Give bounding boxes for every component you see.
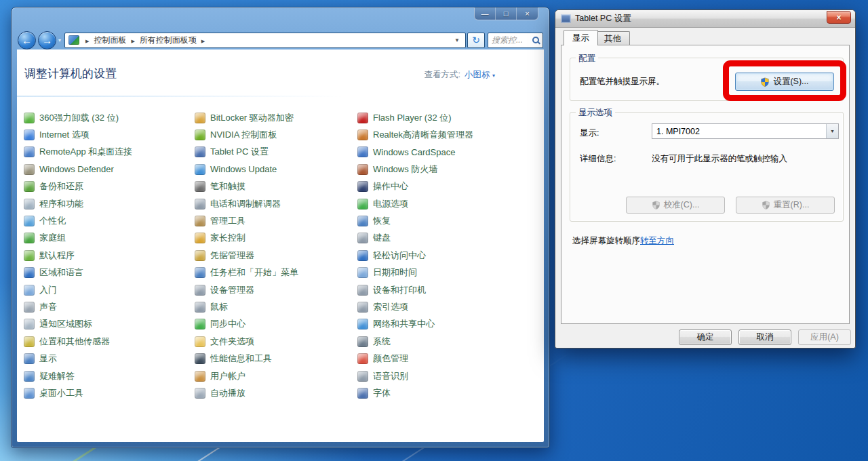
- control-panel-item-label: 设备管理器: [210, 284, 254, 296]
- control-panel-item[interactable]: 自动播放: [195, 384, 356, 401]
- control-panel-item[interactable]: 电话和调制解调器: [195, 195, 356, 212]
- calibrate-button[interactable]: 校准(C)...: [626, 197, 725, 214]
- control-panel-item[interactable]: 区域和语言: [24, 264, 193, 281]
- control-panel-item-label: Windows 防火墙: [373, 163, 437, 176]
- back-button[interactable]: ←: [18, 31, 36, 49]
- control-panel-item[interactable]: RemoteApp 和桌面连接: [24, 144, 193, 161]
- control-panel-item[interactable]: 程序和功能: [24, 195, 193, 212]
- desktop: { "glyphs": { "minimize": "—", "maximize…: [0, 0, 868, 461]
- control-panel-item[interactable]: 网络和共享中心: [357, 316, 544, 333]
- control-panel-item[interactable]: Windows Defender: [24, 161, 193, 178]
- credential-manager-icon: [195, 250, 205, 261]
- control-panel-item[interactable]: 系统: [357, 333, 544, 350]
- control-panel-item[interactable]: 设备管理器: [195, 281, 356, 298]
- windows-update-icon: [195, 164, 205, 175]
- maximize-icon[interactable]: □: [496, 7, 517, 20]
- control-panel-item[interactable]: 颜色管理: [357, 350, 544, 367]
- forward-button[interactable]: →: [38, 31, 56, 49]
- tab-other[interactable]: 其他: [595, 31, 630, 45]
- date-time-icon: [357, 267, 368, 278]
- go-to-orientation-link[interactable]: 转至方向: [640, 236, 674, 245]
- control-panel-item[interactable]: 任务栏和「开始」菜单: [195, 264, 356, 281]
- control-panel-item[interactable]: 轻松访问中心: [357, 247, 544, 264]
- control-panel-item[interactable]: Windows Update: [195, 161, 356, 178]
- control-panel-item[interactable]: Flash Player (32 位): [357, 109, 544, 126]
- control-panel-item[interactable]: 用户帐户: [195, 367, 356, 384]
- control-panel-item[interactable]: 显示: [24, 350, 193, 367]
- control-panel-item[interactable]: 默认程序: [24, 247, 193, 264]
- backup-restore-icon: [24, 181, 35, 192]
- close-icon[interactable]: ×: [517, 7, 538, 20]
- control-panel-item[interactable]: 家庭组: [24, 230, 193, 247]
- control-panel-item[interactable]: 索引选项: [357, 298, 544, 315]
- control-panel-item[interactable]: Internet 选项: [24, 126, 193, 143]
- control-panel-item[interactable]: 个性化: [24, 212, 193, 229]
- control-panel-item[interactable]: 操作中心: [357, 178, 544, 195]
- control-panel-item[interactable]: 桌面小工具: [24, 384, 193, 401]
- control-panel-item[interactable]: 电源选项: [357, 195, 544, 212]
- breadcrumb-segment[interactable]: 控制面板: [94, 35, 126, 45]
- speech-recognition-icon: [357, 371, 368, 382]
- control-panel-item[interactable]: 键盘: [357, 230, 544, 247]
- getting-started-icon: [24, 285, 35, 296]
- control-panel-item[interactable]: 凭据管理器: [195, 247, 356, 264]
- control-panel-item[interactable]: 通知区域图标: [24, 316, 193, 333]
- view-by-value-link[interactable]: 小图标 ▾: [465, 69, 495, 81]
- minimize-icon[interactable]: —: [475, 7, 496, 20]
- apply-button[interactable]: 应用(A): [798, 329, 851, 345]
- control-panel-item[interactable]: 性能信息和工具: [195, 350, 356, 367]
- control-panel-item[interactable]: 疑难解答: [24, 367, 193, 384]
- breadcrumb-segment[interactable]: 所有控制面板项: [140, 35, 197, 45]
- control-panel-item[interactable]: 日期和时间: [357, 264, 544, 281]
- control-panel-item[interactable]: Realtek高清晰音频管理器: [357, 126, 544, 143]
- control-panel-item-label: Realtek高清晰音频管理器: [373, 129, 473, 141]
- control-panel-item[interactable]: Windows 防火墙: [357, 161, 544, 178]
- control-panel-item[interactable]: 声音: [24, 298, 193, 315]
- control-panel-item-label: 程序和功能: [39, 198, 83, 210]
- control-panel-item[interactable]: 360强力卸载 (32 位): [24, 109, 193, 126]
- control-panel-item[interactable]: 鼠标: [195, 298, 356, 315]
- control-panel-item[interactable]: 位置和其他传感器: [24, 333, 193, 350]
- control-panel-item-label: 疑难解答: [39, 370, 75, 382]
- search-input[interactable]: 搜索控...: [488, 33, 543, 48]
- programs-features-icon: [24, 199, 35, 209]
- control-panel-item[interactable]: 设备和打印机: [357, 281, 544, 298]
- display-select[interactable]: 1. MPI7002 ▼: [652, 123, 839, 139]
- control-panel-item[interactable]: 恢复: [357, 212, 544, 229]
- control-panel-item-label: 备份和还原: [39, 180, 83, 193]
- dialog-close-icon[interactable]: ×: [827, 11, 851, 24]
- control-panel-item[interactable]: 同步中心: [195, 316, 356, 333]
- chevron-down-icon[interactable]: ▼: [826, 124, 838, 138]
- items-column-2: BitLocker 驱动器加密NVIDIA 控制面板Tablet PC 设置Wi…: [195, 109, 356, 402]
- location-sensors-icon: [24, 336, 35, 347]
- cancel-button[interactable]: 取消: [738, 329, 791, 345]
- reset-button[interactable]: 重置(R)...: [736, 197, 835, 214]
- control-panel-item[interactable]: 语音识别: [357, 367, 544, 384]
- taskbar-start-menu-icon: [195, 267, 205, 278]
- settings-button[interactable]: 设置(S)...: [735, 73, 834, 91]
- control-panel-item[interactable]: 笔和触摸: [195, 178, 356, 195]
- recent-pages-caret-icon[interactable]: ▾: [58, 37, 61, 43]
- control-panel-item-label: 日期和时间: [373, 266, 417, 279]
- control-panel-item[interactable]: 入门: [24, 281, 193, 298]
- control-panel-item[interactable]: Windows CardSpace: [357, 144, 544, 161]
- control-panel-item[interactable]: 管理工具: [195, 212, 356, 229]
- control-panel-item[interactable]: NVIDIA 控制面板: [195, 126, 356, 143]
- control-panel-item[interactable]: Tablet PC 设置: [195, 144, 356, 161]
- control-panel-item[interactable]: 文件夹选项: [195, 333, 356, 350]
- control-panel-item[interactable]: 家长控制: [195, 230, 356, 247]
- control-panel-item-label: 笔和触摸: [210, 180, 245, 193]
- refresh-button[interactable]: ↻: [467, 33, 485, 48]
- control-panel-window: — □ × ← → ▾ ▶控制面板▶所有控制面板项▶ ▼ ↻ 搜索控... 调整…: [11, 7, 550, 448]
- phone-modem-icon: [195, 199, 205, 209]
- remoteapp-icon: [24, 146, 35, 157]
- control-panel-item[interactable]: BitLocker 驱动器加密: [195, 109, 356, 126]
- address-dropdown-icon[interactable]: ▼: [452, 37, 462, 43]
- control-panel-item-label: Windows Defender: [39, 164, 114, 174]
- breadcrumb[interactable]: ▶控制面板▶所有控制面板项▶ ▼: [64, 33, 466, 48]
- control-panel-item[interactable]: 备份和还原: [24, 178, 193, 195]
- calibrate-button-label: 校准(C)...: [664, 199, 700, 211]
- tab-display[interactable]: 显示: [564, 30, 598, 45]
- ok-button[interactable]: 确定: [679, 329, 732, 345]
- control-panel-item[interactable]: 字体: [357, 384, 544, 401]
